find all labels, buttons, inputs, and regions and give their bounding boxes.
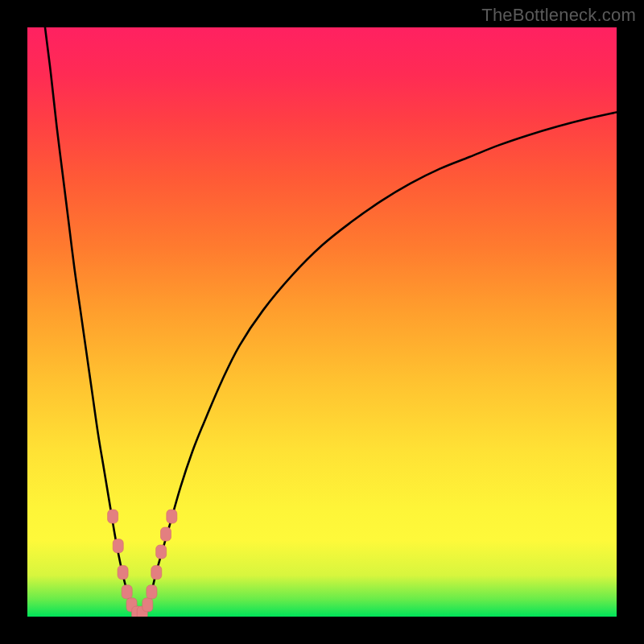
- curve-marker: [147, 585, 157, 599]
- chart-svg: [27, 27, 617, 617]
- curve-marker: [122, 585, 132, 599]
- bottleneck-curve: [45, 27, 617, 617]
- curve-marker: [161, 527, 171, 541]
- curve-marker: [118, 566, 128, 580]
- chart-frame: TheBottleneck.com: [0, 0, 644, 644]
- watermark-text: TheBottleneck.com: [481, 5, 636, 26]
- curve-marker: [108, 510, 118, 523]
- curve-marker: [113, 539, 123, 553]
- curve-marker: [151, 566, 162, 580]
- curve-markers: [108, 510, 177, 617]
- curve-marker: [167, 510, 177, 523]
- chart-plot-area: [27, 27, 617, 617]
- curve-marker: [142, 598, 153, 612]
- curve-marker: [156, 545, 167, 559]
